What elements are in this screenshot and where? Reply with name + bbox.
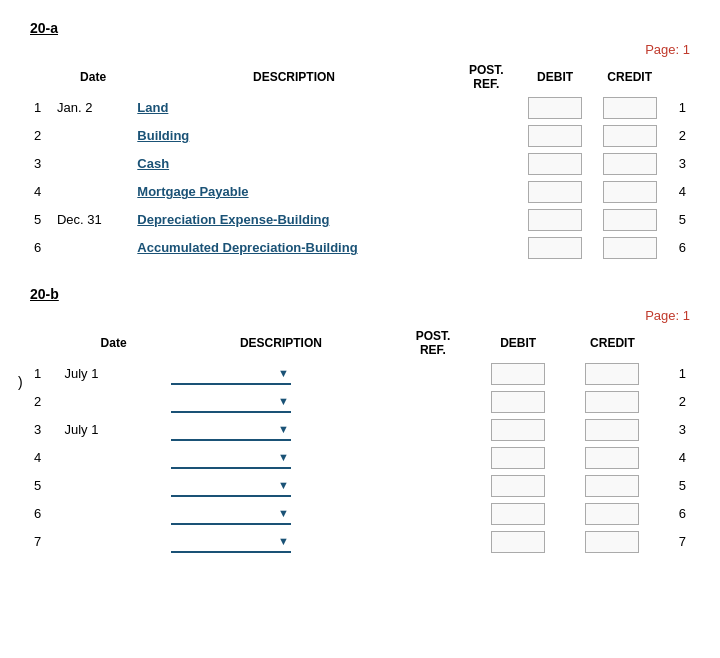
dropdown-field[interactable]: ▼ — [171, 419, 291, 441]
col-header-postref-a: POST.REF. — [455, 61, 518, 94]
col-header-postref-b: POST.REF. — [395, 327, 471, 360]
row-debit[interactable] — [471, 472, 565, 500]
row-credit[interactable] — [592, 122, 667, 150]
dropdown-arrow-icon: ▼ — [278, 535, 291, 547]
table-row: 6 ▼ 6 — [30, 500, 690, 528]
row-debit[interactable] — [471, 500, 565, 528]
credit-input[interactable] — [585, 475, 639, 497]
col-header-debit-b: DEBIT — [471, 327, 565, 360]
row-credit[interactable] — [565, 500, 659, 528]
credit-input[interactable] — [585, 447, 639, 469]
row-credit[interactable] — [565, 388, 659, 416]
row-credit[interactable] — [592, 206, 667, 234]
credit-input[interactable] — [603, 97, 657, 119]
row-num: 1 — [30, 360, 60, 388]
credit-input[interactable] — [603, 153, 657, 175]
col-header-desc-a: DESCRIPTION — [133, 61, 454, 94]
row-desc-dropdown[interactable]: ▼ — [167, 500, 395, 528]
row-debit[interactable] — [518, 178, 593, 206]
row-desc-dropdown[interactable]: ▼ — [167, 472, 395, 500]
row-linenum: 5 — [667, 206, 690, 234]
row-credit[interactable] — [565, 444, 659, 472]
table-row: 2 Building 2 — [30, 122, 690, 150]
debit-input[interactable] — [491, 447, 545, 469]
section-b-table: Date DESCRIPTION POST.REF. DEBIT CREDIT … — [30, 327, 690, 556]
row-date — [60, 528, 166, 556]
dropdown-field[interactable]: ▼ — [171, 363, 291, 385]
credit-input[interactable] — [585, 419, 639, 441]
row-debit[interactable] — [471, 528, 565, 556]
debit-input[interactable] — [528, 97, 582, 119]
row-num: 3 — [30, 150, 53, 178]
debit-input[interactable] — [491, 391, 545, 413]
row-credit[interactable] — [565, 416, 659, 444]
dropdown-field[interactable]: ▼ — [171, 447, 291, 469]
dropdown-field[interactable]: ▼ — [171, 503, 291, 525]
debit-input[interactable] — [528, 209, 582, 231]
row-desc-dropdown[interactable]: ▼ — [167, 388, 395, 416]
row-credit[interactable] — [592, 94, 667, 122]
row-desc: Building — [133, 122, 454, 150]
description-link[interactable]: Cash — [137, 156, 169, 171]
row-debit[interactable] — [471, 444, 565, 472]
credit-input[interactable] — [603, 125, 657, 147]
debit-input[interactable] — [528, 181, 582, 203]
row-credit[interactable] — [565, 360, 659, 388]
row-debit[interactable] — [471, 360, 565, 388]
dropdown-field[interactable]: ▼ — [171, 475, 291, 497]
debit-input[interactable] — [491, 531, 545, 553]
row-desc-dropdown[interactable]: ▼ — [167, 444, 395, 472]
debit-input[interactable] — [528, 237, 582, 259]
debit-input[interactable] — [528, 153, 582, 175]
row-desc-dropdown[interactable]: ▼ — [167, 360, 395, 388]
col-header-linenum-b — [660, 327, 690, 360]
row-debit[interactable] — [518, 94, 593, 122]
description-link[interactable]: Depreciation Expense-Building — [137, 212, 329, 227]
debit-input[interactable] — [491, 419, 545, 441]
row-date — [60, 472, 166, 500]
row-credit[interactable] — [565, 528, 659, 556]
credit-input[interactable] — [585, 391, 639, 413]
row-date: Dec. 31 — [53, 206, 133, 234]
description-link[interactable]: Accumulated Depreciation-Building — [137, 240, 357, 255]
row-linenum: 2 — [667, 122, 690, 150]
credit-input[interactable] — [603, 181, 657, 203]
row-debit[interactable] — [471, 388, 565, 416]
row-desc-dropdown[interactable]: ▼ — [167, 528, 395, 556]
row-postref — [455, 150, 518, 178]
row-debit[interactable] — [518, 122, 593, 150]
debit-input[interactable] — [491, 475, 545, 497]
row-credit[interactable] — [592, 150, 667, 178]
row-debit[interactable] — [518, 206, 593, 234]
dropdown-field[interactable]: ▼ — [171, 531, 291, 553]
description-link[interactable]: Land — [137, 100, 168, 115]
dropdown-arrow-icon: ▼ — [278, 367, 291, 379]
credit-input[interactable] — [585, 363, 639, 385]
row-desc-dropdown[interactable]: ▼ — [167, 416, 395, 444]
credit-input[interactable] — [585, 531, 639, 553]
row-debit[interactable] — [471, 416, 565, 444]
credit-input[interactable] — [603, 209, 657, 231]
description-link[interactable]: Building — [137, 128, 189, 143]
col-header-linenum-a — [667, 61, 690, 94]
section-a-table: Date DESCRIPTION POST.REF. DEBIT CREDIT … — [30, 61, 690, 262]
row-postref — [395, 528, 471, 556]
debit-input[interactable] — [491, 503, 545, 525]
row-credit[interactable] — [592, 178, 667, 206]
col-header-debit-a: DEBIT — [518, 61, 593, 94]
row-linenum: 2 — [660, 388, 690, 416]
row-desc: Accumulated Depreciation-Building — [133, 234, 454, 262]
row-credit[interactable] — [565, 472, 659, 500]
section-b-title: 20-b — [30, 286, 690, 302]
row-credit[interactable] — [592, 234, 667, 262]
credit-input[interactable] — [585, 503, 639, 525]
row-linenum: 5 — [660, 472, 690, 500]
description-link[interactable]: Mortgage Payable — [137, 184, 248, 199]
row-debit[interactable] — [518, 150, 593, 178]
debit-input[interactable] — [491, 363, 545, 385]
paren-left: ) — [18, 374, 23, 390]
credit-input[interactable] — [603, 237, 657, 259]
debit-input[interactable] — [528, 125, 582, 147]
row-debit[interactable] — [518, 234, 593, 262]
dropdown-field[interactable]: ▼ — [171, 391, 291, 413]
